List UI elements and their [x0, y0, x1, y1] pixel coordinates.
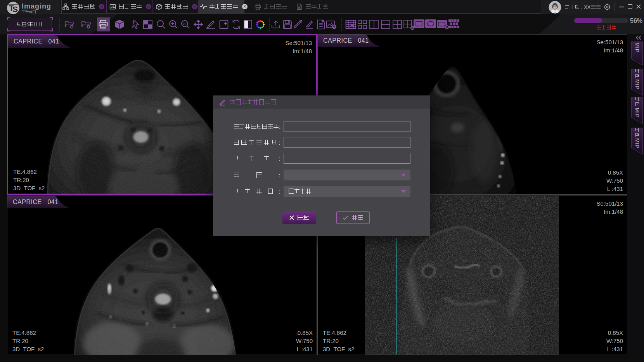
svg-text:x2: x2: [183, 22, 187, 26]
svg-text:S: S: [12, 5, 18, 14]
